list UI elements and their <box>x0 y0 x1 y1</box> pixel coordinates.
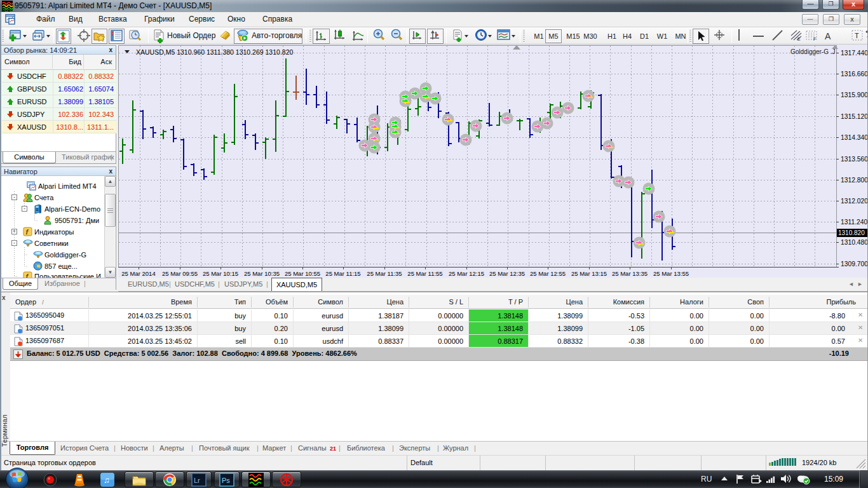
svg-text:25 Mar 11:15: 25 Mar 11:15 <box>325 270 360 277</box>
svg-text:25 Mar 10:15: 25 Mar 10:15 <box>203 270 238 277</box>
svg-text:T: T <box>855 32 859 39</box>
svg-text:1310.480: 1310.480 <box>841 239 868 246</box>
svg-text:♫: ♫ <box>104 475 110 485</box>
svg-text:1315.120: 1315.120 <box>841 113 868 120</box>
svg-text:25 Mar 10:35: 25 Mar 10:35 <box>244 270 280 277</box>
svg-text:Lr: Lr <box>194 477 200 484</box>
svg-text:25 Mar 13:55: 25 Mar 13:55 <box>653 270 689 277</box>
svg-text:1316.660: 1316.660 <box>841 71 868 78</box>
svg-text:1314.340: 1314.340 <box>841 134 868 141</box>
svg-text:25 Mar 12:15: 25 Mar 12:15 <box>449 270 484 277</box>
svg-text:1312.800: 1312.800 <box>841 177 868 184</box>
svg-text:F: F <box>813 37 816 41</box>
svg-text:25 Mar 13:35: 25 Mar 13:35 <box>612 270 648 277</box>
svg-text:25 Mar 11:35: 25 Mar 11:35 <box>367 270 402 277</box>
svg-text:Golddigger-G .J: Golddigger-G .J <box>790 48 836 55</box>
svg-text:1309.700: 1309.700 <box>841 261 868 268</box>
svg-text:25 Mar 11:55: 25 Mar 11:55 <box>407 270 442 277</box>
svg-text:E: E <box>797 37 801 41</box>
svg-text:25 Mar 09:55: 25 Mar 09:55 <box>162 270 198 277</box>
svg-text:25 Mar 10:55: 25 Mar 10:55 <box>285 270 320 277</box>
svg-text:25 Mar 2014: 25 Mar 2014 <box>121 270 155 277</box>
svg-text:1311.240: 1311.240 <box>841 219 867 226</box>
svg-text:Ps: Ps <box>222 477 230 484</box>
svg-text:1315.900: 1315.900 <box>841 92 868 98</box>
svg-text:XAUUSD,M5 1310.960 1311.380 1: XAUUSD,M5 1310.960 1311.380 1310.269 131… <box>136 48 293 56</box>
svg-text:1312.020: 1312.020 <box>841 198 868 205</box>
svg-text:1310.820: 1310.820 <box>838 229 865 236</box>
svg-text:1313.560: 1313.560 <box>841 156 868 163</box>
svg-text:25 Mar 12:35: 25 Mar 12:35 <box>489 270 525 277</box>
svg-text:25 Mar 12:55: 25 Mar 12:55 <box>530 270 566 277</box>
svg-text:25 Mar 13:15: 25 Mar 13:15 <box>571 270 607 277</box>
svg-text:1317.440: 1317.440 <box>841 50 868 57</box>
